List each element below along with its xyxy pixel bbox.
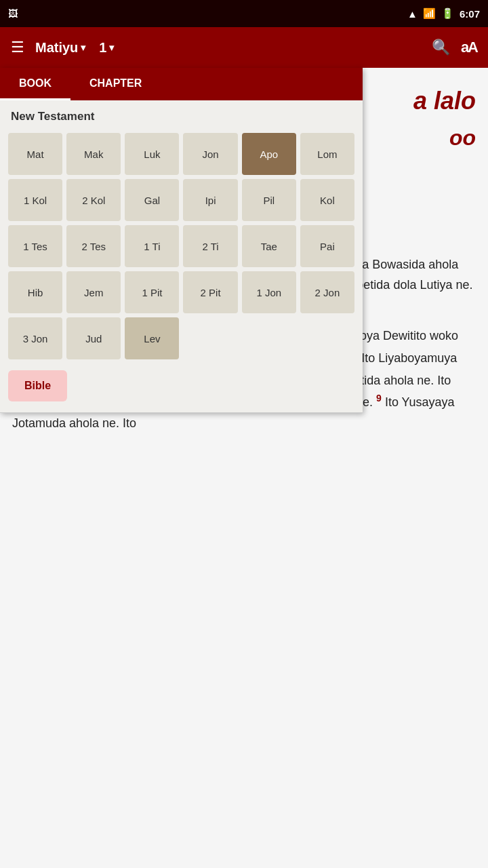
book-3jon[interactable]: 3 Jon [8,317,62,359]
book-1kol[interactable]: 1 Kol [8,179,62,221]
book-luk[interactable]: Luk [125,133,179,175]
book-ipi[interactable]: Ipi [183,179,237,221]
book-pil[interactable]: Pil [242,179,296,221]
book-chapter-panel: BOOK CHAPTER New Testament Mat Mak Luk J… [0,68,363,413]
book-kol[interactable]: Kol [300,179,354,221]
book-jud[interactable]: Jud [66,317,121,359]
book-1jon[interactable]: 1 Jon [242,271,296,313]
book-title: Matiyu [35,40,78,56]
status-bar: 🖼 ▲ 📶 🔋 6:07 [0,0,488,27]
chapter-number: 1 [99,40,106,56]
book-mak[interactable]: Mak [66,133,121,175]
book-2kol[interactable]: 2 Kol [66,179,121,221]
verse-label-9: 9 [376,393,382,403]
wifi-icon: ▲ [407,8,418,20]
book-tae[interactable]: Tae [242,225,296,267]
status-right: ▲ 📶 🔋 6:07 [407,7,480,20]
tab-chapter[interactable]: CHAPTER [70,68,161,100]
book-1tes[interactable]: 1 Tes [8,225,62,267]
app-bar: ☰ Matiyu ▾ 1 ▾ 🔍 aA [0,27,488,68]
book-empty-2 [242,317,296,359]
section-header: New Testament [0,100,363,129]
book-jem[interactable]: Jem [66,271,121,313]
book-dropdown-arrow: ▾ [81,42,85,53]
search-button[interactable]: 🔍 [432,39,450,56]
chapter-selector[interactable]: 1 ▾ [99,40,114,56]
book-2jon[interactable]: 2 Jon [300,271,354,313]
book-gal[interactable]: Gal [125,179,179,221]
battery-icon: 🔋 [441,7,454,20]
chapter-dropdown-arrow: ▾ [109,42,114,53]
book-lom[interactable]: Lom [300,133,354,175]
book-2tes[interactable]: 2 Tes [66,225,121,267]
tab-book[interactable]: BOOK [0,68,70,100]
book-grid: Mat Mak Luk Jon Apo Lom 1 Kol 2 Kol Gal … [0,129,363,368]
book-2pit[interactable]: 2 Pit [183,271,237,313]
book-empty-3 [300,317,354,359]
book-hib[interactable]: Hib [8,271,62,313]
book-empty-1 [183,317,237,359]
status-left: 🖼 [8,8,18,19]
book-1pit[interactable]: 1 Pit [125,271,179,313]
book-lev[interactable]: Lev [125,317,179,359]
menu-button[interactable]: ☰ [11,39,24,56]
bible-button[interactable]: Bible [8,370,67,401]
book-pai[interactable]: Pai [300,225,354,267]
time: 6:07 [460,8,480,20]
signal-icon: 📶 [423,7,436,20]
book-mat[interactable]: Mat [8,133,62,175]
book-1ti[interactable]: 1 Ti [125,225,179,267]
book-selector[interactable]: Matiyu ▾ [35,40,85,56]
font-size-button[interactable]: aA [461,39,477,56]
book-jon[interactable]: Jon [183,133,237,175]
book-apo[interactable]: Apo [242,133,296,175]
book-2ti[interactable]: 2 Ti [183,225,237,267]
photo-icon: 🖼 [8,8,18,19]
panel-tabs: BOOK CHAPTER [0,68,363,100]
